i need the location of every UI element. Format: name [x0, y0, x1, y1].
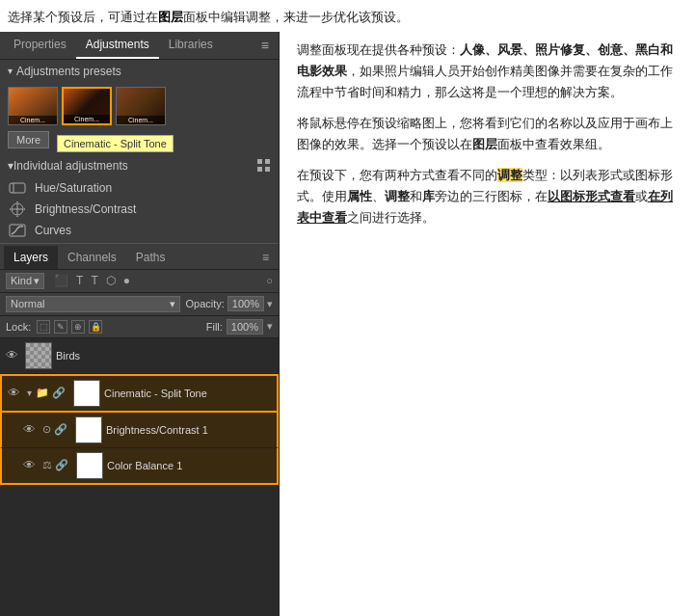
tab-adjustments[interactable]: Adjustments: [76, 32, 159, 59]
filter-type-icon[interactable]: T: [89, 273, 99, 288]
curves-icon: [8, 223, 27, 238]
layers-panel-menu-icon[interactable]: ≡: [256, 247, 275, 268]
layer-eye-brightness[interactable]: 👁: [23, 422, 39, 437]
adjustments-tabs: Properties Adjustments Libraries ≡: [0, 32, 279, 60]
lock-artboard-icon[interactable]: ⊕: [71, 320, 85, 334]
layer-item-cinematic: 👁 ▾ 📁 🔗 Cinematic - Split Tone: [0, 374, 279, 413]
layer-eye-cinematic[interactable]: 👁: [8, 386, 23, 400]
adj-item-curves[interactable]: Curves: [0, 220, 279, 241]
highlight-adjustment-word: 调整: [497, 168, 522, 182]
lock-fill-row: Lock: ⬚ ✎ ⊕ 🔒 Fill: 100% ▾: [0, 316, 279, 338]
filter-adjustment-icon[interactable]: T: [74, 273, 85, 288]
fill-control: Fill: 100% ▾: [206, 319, 273, 335]
individual-header-label: Individual adjustments: [13, 159, 128, 173]
brightness-link-icon[interactable]: 🔗: [54, 423, 67, 436]
highlight-layers-text: 图层: [158, 10, 183, 24]
filter-smart-icon[interactable]: ●: [121, 273, 132, 288]
presets-row: Cinem... Cinem... Cinematic - Split Tone…: [0, 83, 279, 129]
adj-item-brightness-contrast[interactable]: Brightness/Contrast: [0, 199, 279, 220]
layer-item-colorbalance: 👁 ⚖ 🔗 Color Balance 1: [0, 448, 279, 485]
svg-rect-0: [10, 183, 25, 193]
layers-panel: Layers Channels Paths ≡ Kind ▾ ⬛ T T ⬡ ●: [0, 246, 279, 616]
preset-thumb-1[interactable]: Cinem...: [8, 87, 58, 125]
layer-name-colorbalance: Color Balance 1: [107, 460, 271, 471]
preset-thumb-2-container: Cinem... Cinematic - Split Tone: [62, 87, 112, 125]
blend-mode-arrow: ▾: [170, 298, 175, 310]
adj-label-curves: Curves: [35, 224, 71, 237]
brightness-icons: ⊙ 🔗: [42, 423, 67, 436]
adj-label-brightness-contrast: Brightness/Contrast: [35, 202, 136, 216]
bold-layers-ref: 图层: [472, 137, 497, 151]
brightness-contrast-icon: [8, 201, 27, 217]
presets-collapse-arrow: ▾: [8, 66, 13, 76]
layer-thumb-cinematic: [73, 380, 100, 407]
blend-mode-select[interactable]: Normal ▾: [6, 296, 180, 312]
layer-filter-icons: ⬛ T T ⬡ ●: [52, 273, 132, 288]
tab-libraries[interactable]: Libraries: [159, 32, 223, 59]
tab-properties[interactable]: Properties: [4, 32, 76, 59]
layer-link-icon[interactable]: 🔗: [52, 387, 66, 399]
blend-mode-label: Normal: [11, 298, 44, 309]
layers-tabs: Layers Channels Paths ≡: [0, 246, 279, 270]
adj-item-hue-saturation[interactable]: Hue/Saturation: [0, 177, 279, 199]
layer-eye-birds[interactable]: 👁: [6, 348, 21, 362]
opacity-control: Opacity: 100% ▾: [186, 296, 274, 311]
main-content-row: Properties Adjustments Libraries ≡ ▾ Adj…: [0, 32, 695, 616]
layer-thumb-colorbalance: [76, 452, 103, 479]
layer-name-cinematic: Cinematic - Split Tone: [104, 388, 271, 399]
right-paragraph-3: 在预设下，您有两种方式查看不同的调整类型：以列表形式或图标形式。使用属性、调整和…: [297, 165, 682, 228]
opacity-dropdown-arrow[interactable]: ▾: [267, 298, 273, 310]
bold-adjustments: 调整: [385, 189, 410, 203]
colorbalance-adj-icon: ⚖: [42, 459, 52, 471]
adj-label-hue-saturation: Hue/Saturation: [35, 181, 112, 195]
lock-icons-group: ⬚ ✎ ⊕ 🔒: [37, 320, 102, 334]
filter-active-indicator: ○: [266, 275, 273, 286]
fill-value[interactable]: 100%: [227, 319, 263, 335]
opacity-label: Opacity:: [186, 298, 225, 309]
opacity-value[interactable]: 100%: [227, 296, 264, 311]
more-button[interactable]: More: [8, 131, 49, 148]
preset-label-1: Cinem...: [9, 116, 57, 124]
fill-dropdown-arrow[interactable]: ▾: [267, 320, 273, 333]
layer-eye-colorbalance[interactable]: 👁: [23, 458, 39, 472]
layer-group-icons: 📁 🔗: [36, 387, 66, 399]
kind-dropdown-arrow: ▾: [34, 275, 40, 287]
brightness-adj-icon: ⊙: [42, 423, 51, 436]
bold-preset-types: 人像、风景、照片修复、创意、黑白和电影效果: [297, 42, 673, 78]
preset-thumb-3[interactable]: Cinem...: [116, 87, 166, 125]
left-panel: Properties Adjustments Libraries ≡ ▾ Adj…: [0, 32, 280, 616]
group-expand-arrow[interactable]: ▾: [27, 388, 32, 398]
bold-library: 库: [422, 189, 435, 203]
layer-thumb-birds: [25, 342, 52, 369]
blend-opacity-row: Normal ▾ Opacity: 100% ▾: [0, 293, 279, 316]
kind-label: Kind: [11, 275, 32, 286]
divider-1: [0, 243, 279, 244]
layer-name-brightness: Brightness/Contrast 1: [106, 424, 271, 436]
tab-paths[interactable]: Paths: [126, 246, 175, 269]
layers-kind-toolbar: Kind ▾ ⬛ T T ⬡ ● ○: [0, 270, 279, 293]
lock-pixels-icon[interactable]: ⬚: [37, 320, 50, 334]
right-paragraph-1: 调整面板现在提供各种预设：人像、风景、照片修复、创意、黑白和电影效果，如果照片编…: [297, 40, 682, 103]
layer-name-birds: Birds: [56, 350, 273, 362]
adjustments-presets-header[interactable]: ▾ Adjustments presets: [0, 60, 279, 83]
tab-channels[interactable]: Channels: [58, 246, 126, 269]
tab-layers[interactable]: Layers: [4, 246, 58, 269]
right-text-panel: 调整面板现在提供各种预设：人像、风景、照片修复、创意、黑白和电影效果，如果照片编…: [280, 32, 695, 616]
bold-properties: 属性: [347, 189, 372, 203]
colorbalance-link-icon[interactable]: 🔗: [55, 459, 68, 471]
lock-position-icon[interactable]: ✎: [54, 320, 67, 334]
lock-label: Lock:: [6, 321, 31, 333]
top-instruction: 选择某个预设后，可通过在图层面板中编辑调整，来进一步优化该预设。: [0, 0, 695, 32]
lock-all-icon[interactable]: 🔒: [89, 320, 102, 334]
kind-select[interactable]: Kind ▾: [6, 273, 44, 289]
grid-view-icon[interactable]: [257, 159, 271, 173]
filter-shape-icon[interactable]: ⬡: [104, 273, 118, 288]
presets-header-label: Adjustments presets: [16, 65, 121, 78]
preset-tooltip-box: Cinematic - Split Tone: [57, 135, 174, 152]
preset-label-2: Cinem...: [64, 115, 110, 123]
filter-pixel-icon[interactable]: ⬛: [52, 273, 70, 288]
individual-adjustments-header[interactable]: ▾ Individual adjustments: [0, 154, 279, 177]
preset-label-3: Cinem...: [117, 116, 165, 124]
preset-thumb-2[interactable]: Cinem...: [62, 87, 112, 125]
panel-menu-icon[interactable]: ≡: [255, 34, 275, 57]
